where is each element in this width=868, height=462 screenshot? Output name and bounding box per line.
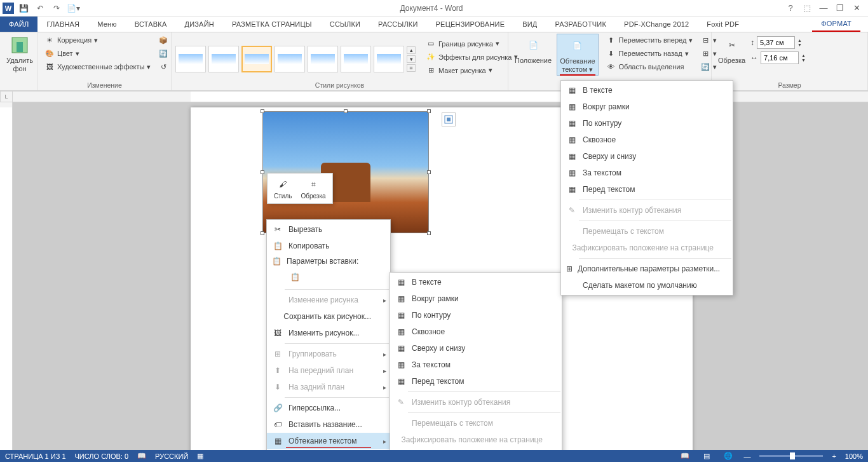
width-up[interactable]: ▲: [801, 53, 806, 58]
dd-more-options[interactable]: ⊞Дополнительные параметры разметки...: [561, 261, 733, 277]
tab-design[interactable]: ДИЗАЙН: [176, 17, 223, 32]
undo-button[interactable]: ↶: [33, 1, 47, 15]
close-button[interactable]: ✕: [849, 2, 864, 15]
width-input[interactable]: [761, 51, 799, 64]
tab-references[interactable]: ССЫЛКИ: [321, 17, 369, 32]
horizontal-ruler[interactable]: [13, 91, 868, 102]
status-language[interactable]: РУССКИЙ: [155, 452, 188, 460]
tab-layout[interactable]: РАЗМЕТКА СТРАНИЦЫ: [223, 17, 321, 32]
sm1-square[interactable]: ▦Вокруг рамки: [390, 290, 562, 307]
status-page[interactable]: СТРАНИЦА 1 ИЗ 1: [5, 452, 66, 460]
style-thumb-1[interactable]: [175, 46, 206, 72]
bring-forward-button[interactable]: ⬆Переместить вперед ▾: [604, 34, 696, 46]
tab-foxit[interactable]: Foxit PDF: [698, 17, 748, 32]
view-print[interactable]: ▤: [700, 451, 713, 461]
tab-format[interactable]: ФОРМАТ: [812, 17, 860, 32]
cm-copy[interactable]: 📋Копировать: [267, 238, 390, 254]
style-thumb-6[interactable]: [341, 46, 371, 72]
sm1-front[interactable]: ▦Перед текстом: [390, 373, 562, 390]
dd-through[interactable]: ▦Сквозное: [561, 132, 733, 148]
cm-edit-picture[interactable]: 🖼Изменить рисунок...: [267, 325, 390, 341]
dd-inline[interactable]: ▦В тексте: [561, 82, 733, 99]
cm-paste-keep[interactable]: 📋: [287, 269, 302, 285]
dd-set-default[interactable]: Сделать макетом по умолчанию: [561, 277, 733, 294]
change-picture-button[interactable]: 🔄: [156, 47, 171, 60]
picture-effects-button[interactable]: ✨Эффекты для рисунка ▾: [423, 51, 520, 64]
corrections-button[interactable]: ☀Коррекция ▾: [42, 34, 153, 46]
style-thumb-2[interactable]: [208, 46, 239, 72]
dd-behind[interactable]: ▦За текстом: [561, 165, 733, 181]
styles-scroll-down[interactable]: ▾: [407, 55, 416, 63]
style-thumb-5[interactable]: [308, 46, 338, 72]
dd-tight[interactable]: ▦По контуру: [561, 115, 733, 132]
save-button[interactable]: 💾: [17, 1, 31, 15]
tab-mailings[interactable]: РАССЫЛКИ: [369, 17, 426, 32]
send-backward-button[interactable]: ⬇Переместить назад ▾: [604, 47, 696, 60]
zoom-slider[interactable]: [759, 455, 823, 457]
group-size: ✂ Обрезка ↕▲▼ ↔▲▼ Размер: [712, 32, 868, 90]
sm1-through[interactable]: ▦Сквозное: [390, 323, 562, 340]
wrap-text-button[interactable]: 📄 Обтеканиетекстом ▾: [557, 34, 598, 76]
sm1-topbottom[interactable]: ▦Сверху и снизу: [390, 340, 562, 357]
tab-developer[interactable]: РАЗРАБОТЧИК: [546, 17, 615, 32]
redo-button[interactable]: ↷: [50, 1, 64, 15]
color-button[interactable]: 🎨Цвет ▾: [42, 47, 153, 60]
sm1-tight[interactable]: ▦По контуру: [390, 307, 562, 323]
tab-menu[interactable]: Меню: [88, 17, 126, 32]
dd-square[interactable]: ▦Вокруг рамки: [561, 99, 733, 115]
tab-pdfxchange[interactable]: PDF-XChange 2012: [615, 17, 698, 32]
cm-cut[interactable]: ✂Вырезать: [267, 221, 390, 238]
new-doc-button[interactable]: 📄▾: [66, 1, 80, 15]
tab-review[interactable]: РЕЦЕНЗИРОВАНИЕ: [427, 17, 514, 32]
tab-view[interactable]: ВИД: [513, 17, 546, 32]
style-thumb-7[interactable]: [374, 46, 404, 72]
height-input[interactable]: [757, 36, 795, 49]
zoom-in[interactable]: +: [832, 452, 836, 460]
titlebar: W 💾 ↶ ↷ 📄▾ Документ4 - Word ? ⬚ — ❐ ✕: [0, 0, 868, 17]
styles-more[interactable]: ≡: [407, 64, 416, 72]
mini-style-button[interactable]: 🖌Стиль: [270, 176, 295, 201]
layout-options-button[interactable]: [442, 112, 456, 126]
inserted-image[interactable]: [262, 111, 429, 233]
artistic-effects-button[interactable]: 🖼Художественные эффекты ▾: [42, 60, 153, 73]
cm-hyperlink[interactable]: 🔗Гиперссылка...: [267, 400, 390, 416]
sm1-inline[interactable]: ▦В тексте: [390, 274, 562, 290]
group-adjust: ☀Коррекция ▾ 🎨Цвет ▾ 🖼Художественные эфф…: [38, 32, 172, 90]
vertical-ruler[interactable]: [0, 102, 13, 450]
status-macro-icon[interactable]: ▦: [197, 452, 203, 460]
remove-background-button[interactable]: Удалитьфон: [4, 34, 36, 74]
compress-button[interactable]: 📦: [156, 34, 171, 46]
tab-insert[interactable]: ВСТАВКА: [126, 17, 176, 32]
style-thumb-3[interactable]: [241, 46, 272, 72]
mini-crop-button[interactable]: ⌗Обрезка: [297, 176, 329, 201]
cm-wrap-text[interactable]: ▦Обтекание текстом▸: [267, 433, 390, 449]
view-web[interactable]: 🌐: [722, 451, 735, 461]
sm1-behind[interactable]: ▦За текстом: [390, 357, 562, 373]
height-down[interactable]: ▼: [797, 43, 802, 47]
width-down[interactable]: ▼: [801, 58, 806, 62]
height-up[interactable]: ▲: [797, 38, 802, 43]
view-read[interactable]: 📖: [679, 451, 691, 461]
tab-file[interactable]: ФАЙЛ: [0, 17, 37, 32]
tab-home[interactable]: ГЛАВНАЯ: [37, 17, 88, 32]
zoom-out[interactable]: —: [743, 452, 750, 460]
dd-front[interactable]: ▦Перед текстом: [561, 181, 733, 198]
crop-button[interactable]: ✂ Обрезка: [715, 34, 748, 66]
position-button[interactable]: 📄 Положение: [512, 34, 554, 66]
style-thumb-4[interactable]: [275, 46, 305, 72]
cm-insert-caption[interactable]: 🏷Вставить название...: [267, 416, 390, 433]
status-proofing-icon[interactable]: 📖: [137, 452, 146, 460]
ribbon-options-button[interactable]: ⬚: [799, 2, 815, 15]
maximize-button[interactable]: ❐: [832, 2, 848, 15]
dd-topbottom[interactable]: ▦Сверху и снизу: [561, 148, 733, 165]
picture-layout-button[interactable]: ⊞Макет рисунка ▾: [423, 64, 520, 77]
styles-scroll-up[interactable]: ▴: [407, 46, 416, 54]
status-words[interactable]: ЧИСЛО СЛОВ: 0: [75, 452, 129, 460]
reset-picture-button[interactable]: ↺: [156, 60, 171, 73]
cm-save-as-picture[interactable]: Сохранить как рисунок...: [267, 308, 390, 325]
picture-border-button[interactable]: ▭Граница рисунка ▾: [423, 37, 520, 50]
zoom-level[interactable]: 100%: [845, 452, 863, 460]
help-button[interactable]: ?: [783, 2, 798, 15]
selection-pane-button[interactable]: 👁Область выделения: [604, 60, 696, 73]
minimize-button[interactable]: —: [816, 2, 831, 15]
